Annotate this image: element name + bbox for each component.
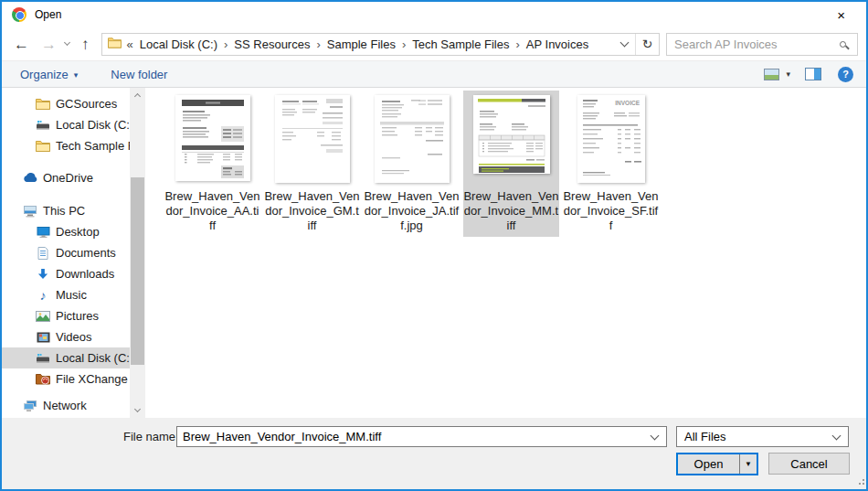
sidebar-item-tech-sample-files[interactable]: Tech Sample File xyxy=(2,135,130,156)
document-icon xyxy=(35,247,51,260)
drive-icon xyxy=(35,120,51,131)
chrome-icon xyxy=(12,7,26,22)
cancel-button[interactable]: Cancel xyxy=(768,453,850,475)
sidebar-item-documents[interactable]: Documents xyxy=(2,242,130,263)
organize-label: Organize xyxy=(20,68,69,81)
sidebar-item-label: Local Disk (C:) xyxy=(56,351,130,365)
chevron-down-icon xyxy=(832,432,842,441)
sidebar-item-label: Music xyxy=(56,288,87,302)
navigation-bar: ← → ↑ « Local Disk (C:) › SS Resources ›… xyxy=(2,27,866,60)
sidebar-item-file-xchange[interactable]: File XChange - B xyxy=(2,368,130,390)
breadcrumb-overflow-icon[interactable]: « xyxy=(127,37,133,51)
file-thumbnail xyxy=(375,95,450,186)
film-icon xyxy=(35,332,51,343)
sidebar-item-label: Network xyxy=(43,399,87,412)
file-item-mm-selected[interactable]: Brew_Haven_Vendor_Invoice_MM.tiff xyxy=(463,91,559,237)
file-item-aa[interactable]: Brew_Haven_Vendor_Invoice_AA.tiff xyxy=(164,91,260,237)
breadcrumb-item[interactable]: Sample Files xyxy=(324,37,398,51)
breadcrumb-separator-icon[interactable]: › xyxy=(398,37,409,51)
sidebar-item-label: This PC xyxy=(43,204,85,218)
file-thumbnail xyxy=(175,95,250,186)
breadcrumb-separator-icon[interactable]: › xyxy=(220,37,231,51)
view-dropdown-icon[interactable]: ▾ xyxy=(786,69,790,79)
sidebar-scrollbar[interactable] xyxy=(130,88,145,418)
file-list: Brew_Haven_Vendor_Invoice_AA.tiff xyxy=(145,88,866,418)
search-icon[interactable] xyxy=(840,41,846,48)
sidebar-item-local-disk-selected[interactable]: Local Disk (C:) xyxy=(2,347,130,368)
file-item-ja[interactable]: Brew_Haven_Vendor_Invoice_JA.tiff.jpg xyxy=(364,91,460,237)
resize-grip[interactable] xyxy=(859,483,861,485)
drive-icon xyxy=(35,353,51,364)
dialog-footer: File name: All Files Open ▼ Cancel xyxy=(2,418,866,489)
folder-icon xyxy=(35,140,51,152)
sidebar-item-downloads[interactable]: Downloads xyxy=(2,263,130,284)
sidebar-item-label: Pictures xyxy=(56,309,99,323)
file-name-label: Brew_Haven_Vendor_Invoice_SF.tiff xyxy=(563,189,659,233)
file-name-label: Brew_Haven_Vendor_Invoice_MM.tiff xyxy=(463,189,559,233)
open-button[interactable]: Open ▼ xyxy=(676,453,758,475)
sidebar-item-local-disk-top[interactable]: Local Disk (C:) xyxy=(2,114,130,135)
sidebar-item-this-pc[interactable]: This PC xyxy=(2,200,130,221)
file-name-combobox[interactable] xyxy=(176,426,667,447)
folder-icon xyxy=(108,36,122,52)
scroll-down-icon[interactable] xyxy=(130,403,145,418)
file-type-dropdown[interactable]: All Files xyxy=(676,426,849,447)
preview-pane-icon[interactable] xyxy=(805,68,821,80)
scrollbar-thumb[interactable] xyxy=(131,177,144,365)
dialog-title: Open xyxy=(35,8,61,21)
sidebar-item-desktop[interactable]: Desktop xyxy=(2,221,130,242)
breadcrumb-item[interactable]: Local Disk (C:) xyxy=(137,37,220,51)
scroll-up-icon[interactable] xyxy=(130,88,145,102)
sidebar-item-onedrive[interactable]: OneDrive xyxy=(2,167,130,188)
search-input[interactable] xyxy=(667,37,840,51)
breadcrumb-separator-icon[interactable]: › xyxy=(312,37,323,51)
sidebar-item-network[interactable]: Network xyxy=(2,395,130,416)
open-button-label[interactable]: Open xyxy=(678,454,739,474)
sidebar-item-gcsources[interactable]: GCSources xyxy=(2,93,130,114)
dialog-content: GCSources Local Disk (C:) Tech Sample Fi… xyxy=(2,88,866,418)
new-folder-button[interactable]: New folder xyxy=(111,68,167,81)
breadcrumb-separator-icon[interactable]: › xyxy=(512,37,523,51)
sidebar-item-videos[interactable]: Videos xyxy=(2,326,130,347)
file-item-gm[interactable]: Brew_Haven_Vendor_Invoice_GM.tiff xyxy=(264,91,360,237)
title-bar: Open × xyxy=(2,2,866,27)
sidebar-item-label: Tech Sample File xyxy=(56,139,130,153)
breadcrumb-item[interactable]: Tech Sample Files xyxy=(409,37,512,51)
folder-icon xyxy=(35,98,51,110)
breadcrumb-item[interactable]: AP Invoices xyxy=(524,37,591,51)
navigation-pane: GCSources Local Disk (C:) Tech Sample Fi… xyxy=(2,88,130,418)
address-dropdown-chevron-icon[interactable] xyxy=(613,34,635,55)
chevron-down-icon[interactable] xyxy=(651,432,660,441)
search-box[interactable] xyxy=(666,33,858,56)
breadcrumb-item[interactable]: SS Resources xyxy=(231,37,312,51)
forward-button[interactable]: → xyxy=(41,37,57,52)
file-name-input[interactable] xyxy=(177,430,651,443)
file-thumbnail xyxy=(473,95,550,186)
recent-locations-chevron-icon[interactable] xyxy=(64,39,70,46)
open-split-arrow-icon[interactable]: ▼ xyxy=(739,454,757,474)
sidebar-item-label: Desktop xyxy=(56,225,100,239)
file-name-label: Brew_Haven_Vendor_Invoice_AA.tiff xyxy=(164,189,260,233)
close-icon[interactable]: × xyxy=(831,5,851,26)
back-button[interactable]: ← xyxy=(14,37,29,52)
sidebar-item-label: OneDrive xyxy=(43,171,93,185)
open-file-dialog: Open × ← → ↑ « Local Disk (C:) › SS Reso… xyxy=(0,0,868,491)
sidebar-item-music[interactable]: ♪ Music xyxy=(2,284,130,305)
organize-button[interactable]: Organize ▾ xyxy=(20,68,78,81)
help-icon[interactable]: ? xyxy=(838,67,853,82)
sidebar-item-label: GCSources xyxy=(56,97,117,111)
computer-icon xyxy=(22,205,38,218)
network-icon xyxy=(22,400,38,411)
file-name-label-text: File name: xyxy=(123,430,179,443)
file-item-sf[interactable]: INVOICE Brew_Hav xyxy=(563,91,659,237)
sidebar-item-label: File XChange - B xyxy=(56,372,130,386)
chevron-down-icon: ▾ xyxy=(74,70,79,80)
up-button[interactable]: ↑ xyxy=(81,37,90,52)
music-note-icon: ♪ xyxy=(35,289,51,302)
change-view-icon[interactable] xyxy=(764,69,779,80)
refresh-icon[interactable]: ↻ xyxy=(635,34,659,55)
address-bar[interactable]: « Local Disk (C:) › SS Resources › Sampl… xyxy=(101,33,661,56)
sidebar-item-label: Documents xyxy=(56,246,116,260)
sidebar-item-pictures[interactable]: Pictures xyxy=(2,305,130,326)
file-thumbnail xyxy=(275,95,350,186)
